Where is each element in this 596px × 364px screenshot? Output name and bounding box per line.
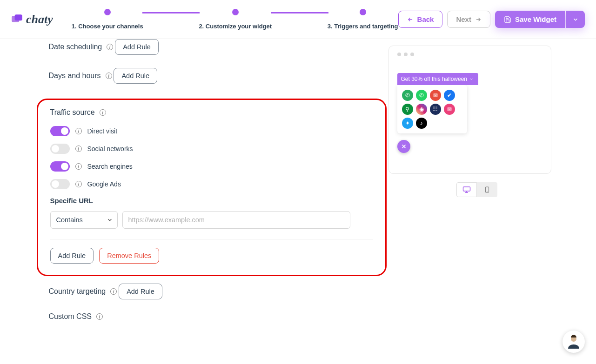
- svg-rect-3: [485, 187, 489, 192]
- section-traffic-source: Traffic source i i Direct visit i Social…: [37, 99, 387, 276]
- info-icon[interactable]: i: [110, 288, 117, 295]
- arrow-left-icon: [407, 16, 414, 23]
- phone-icon[interactable]: ✆: [402, 90, 413, 101]
- info-icon[interactable]: i: [75, 163, 82, 170]
- section-title: Country targeting: [49, 287, 106, 296]
- add-rule-button[interactable]: Add Rule: [50, 248, 94, 264]
- info-icon[interactable]: i: [100, 109, 106, 116]
- add-rule-button[interactable]: Add Rule: [119, 284, 162, 299]
- section-title: Traffic source: [50, 108, 95, 117]
- info-icon[interactable]: i: [107, 44, 113, 50]
- header-actions: Back Next Save Widget: [398, 11, 585, 28]
- step-2[interactable]: 2. Customize your widget: [199, 9, 272, 30]
- toggle-label: Direct visit: [87, 127, 118, 135]
- support-avatar[interactable]: [563, 331, 585, 353]
- mobile-preview-button[interactable]: [477, 182, 497, 197]
- traffic-source-option: i Google Ads: [50, 179, 373, 189]
- desktop-preview-button[interactable]: [456, 182, 477, 197]
- channels-popup: ✆✆✉✔⚲◉☷✉✦♪: [397, 85, 467, 133]
- svg-rect-2: [463, 187, 470, 191]
- traffic-source-option: i Direct visit: [50, 126, 373, 136]
- section-date-scheduling: Date scheduling i Add Rule: [35, 39, 388, 68]
- contact-icon[interactable]: ☷: [430, 104, 441, 115]
- app-header: chaty 1. Choose your channels 2. Customi…: [0, 0, 596, 39]
- toggle-direct visit[interactable]: [50, 126, 70, 136]
- info-icon[interactable]: i: [75, 128, 82, 134]
- step-3[interactable]: 3. Triggers and targeting: [328, 9, 398, 30]
- close-widget-button[interactable]: [397, 140, 410, 153]
- maps-icon[interactable]: ⚲: [402, 104, 413, 115]
- chaty-icon: [11, 13, 23, 26]
- section-title: Days and hours: [49, 72, 101, 80]
- section-country-targeting: Country targeting i Add Rule: [35, 284, 388, 312]
- brand-name: chaty: [26, 13, 53, 26]
- traffic-source-option: i Social networks: [50, 144, 373, 154]
- add-rule-button[interactable]: Add Rule: [114, 68, 157, 84]
- messenger-icon[interactable]: ✔: [444, 90, 455, 101]
- save-dropdown-button[interactable]: [566, 11, 585, 28]
- add-rule-button[interactable]: Add Rule: [115, 39, 159, 55]
- url-match-select[interactable]: Contains: [50, 211, 118, 229]
- window-dots: [395, 53, 544, 56]
- specific-url-input[interactable]: [122, 211, 350, 229]
- toggle-label: Social networks: [87, 145, 133, 152]
- toggle-search engines[interactable]: [50, 161, 70, 172]
- section-custom-css: Custom CSS i: [35, 312, 388, 338]
- instagram-icon[interactable]: ◉: [416, 104, 427, 115]
- back-button[interactable]: Back: [398, 11, 443, 28]
- toggle-social networks[interactable]: [50, 144, 70, 154]
- section-title: Custom CSS: [49, 312, 92, 321]
- promo-banner: Get 30% off this halloween: [397, 73, 479, 85]
- section-title: Date scheduling: [49, 43, 102, 51]
- info-icon[interactable]: i: [96, 313, 103, 320]
- close-icon: [401, 143, 407, 150]
- person-icon: [565, 333, 582, 350]
- section-days-hours: Days and hours i Add Rule: [35, 68, 388, 97]
- desktop-icon: [462, 185, 471, 194]
- save-icon: [504, 16, 511, 23]
- remove-rules-button[interactable]: Remove Rules: [99, 248, 159, 264]
- whatsapp-icon[interactable]: ✆: [416, 90, 427, 101]
- chevron-down-icon: [572, 16, 579, 23]
- info-icon[interactable]: i: [106, 73, 112, 79]
- preview-panel: Get 30% off this halloween ✆✆✉✔⚲◉☷✉✦♪: [388, 39, 565, 356]
- step-1[interactable]: 1. Choose your channels: [72, 9, 143, 30]
- mobile-icon: [484, 185, 490, 194]
- email-icon[interactable]: ✉: [430, 90, 441, 101]
- info-icon[interactable]: i: [75, 181, 82, 187]
- info-icon[interactable]: i: [75, 146, 82, 152]
- chevron-down-icon: [469, 77, 474, 81]
- toggle-label: Search engines: [87, 163, 133, 170]
- toggle-google ads[interactable]: [50, 179, 70, 189]
- save-widget-button[interactable]: Save Widget: [495, 11, 565, 28]
- sms-icon[interactable]: ✉: [444, 104, 455, 115]
- svg-rect-1: [15, 14, 22, 20]
- traffic-source-option: i Search engines: [50, 161, 373, 172]
- brand-logo: chaty: [11, 13, 53, 26]
- device-preview-toggle: [388, 182, 565, 197]
- twitter-icon[interactable]: ✦: [402, 118, 413, 129]
- toggle-label: Google Ads: [87, 180, 121, 188]
- arrow-right-icon: [475, 16, 482, 23]
- specific-url-heading: Specific URL: [50, 197, 373, 205]
- tiktok-icon[interactable]: ♪: [416, 118, 427, 129]
- next-button[interactable]: Next: [447, 11, 490, 28]
- wizard-steps: 1. Choose your channels 2. Customize you…: [72, 9, 398, 30]
